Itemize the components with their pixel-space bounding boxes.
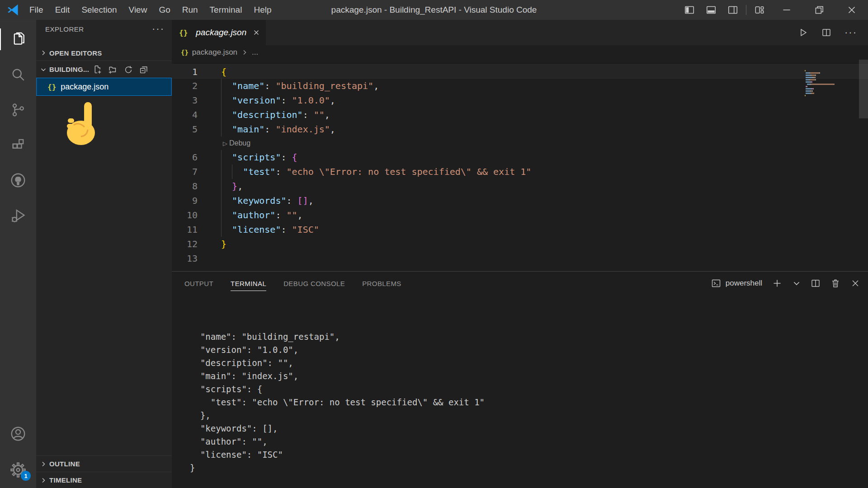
- title-bar: FileEditSelectionViewGoRunTerminalHelp p…: [0, 0, 868, 20]
- menu-help[interactable]: Help: [248, 5, 277, 15]
- panel-tab-problems[interactable]: PROBLEMS: [362, 272, 401, 295]
- codelens-label: Debug: [229, 139, 250, 147]
- toggle-panel-icon[interactable]: [700, 0, 722, 20]
- activity-extensions-icon[interactable]: [0, 134, 36, 156]
- code-line-10[interactable]: 10"author": "",: [172, 208, 868, 222]
- code-text: "keywords": [],: [221, 193, 314, 208]
- new-terminal-icon[interactable]: [771, 277, 783, 289]
- editor-scrollbar[interactable]: [859, 60, 868, 118]
- tab-close-icon[interactable]: [252, 28, 260, 37]
- shell-selector[interactable]: powershell: [711, 278, 762, 289]
- pointing-up-emoji: [64, 101, 100, 146]
- terminal-line: "version": "1.0.0",: [190, 343, 868, 357]
- terminal-dropdown-icon[interactable]: [792, 279, 801, 288]
- code-line-8[interactable]: 8},: [172, 179, 868, 193]
- toggle-secondary-sidebar-icon[interactable]: [722, 0, 744, 20]
- toggle-sidebar-icon[interactable]: [679, 0, 700, 20]
- chevron-right-icon: [241, 49, 248, 56]
- new-folder-icon[interactable]: [108, 65, 118, 75]
- terminal-shell-icon: [711, 278, 722, 289]
- menu-terminal[interactable]: Terminal: [204, 5, 248, 15]
- close-panel-icon[interactable]: [850, 278, 861, 289]
- code-line-11[interactable]: 11"license": "ISC": [172, 222, 868, 237]
- line-number: 7: [172, 164, 198, 179]
- code-line-5[interactable]: 5"main": "index.js",: [172, 122, 868, 136]
- folder-section-header[interactable]: BUILDING...: [36, 61, 172, 78]
- code-line-12[interactable]: 12}: [172, 237, 868, 251]
- activity-run-debug-icon[interactable]: [0, 205, 36, 226]
- breadcrumb-file[interactable]: package.json: [192, 48, 237, 57]
- explorer-more-actions-icon[interactable]: ···: [152, 27, 165, 31]
- activity-github-icon[interactable]: [0, 169, 36, 191]
- more-actions-icon[interactable]: ···: [844, 27, 857, 38]
- code-line-4[interactable]: 4"description": "",: [172, 108, 868, 122]
- chevron-right-icon: [40, 477, 47, 484]
- run-icon[interactable]: [797, 27, 808, 38]
- activity-explorer-icon[interactable]: [0, 28, 36, 50]
- terminal-toolbar: powershell: [711, 277, 861, 289]
- code-text: "name": "building_restapi",: [221, 79, 379, 93]
- line-number: 5: [172, 122, 198, 136]
- kill-terminal-icon[interactable]: [830, 278, 841, 289]
- close-icon[interactable]: [835, 0, 868, 20]
- terminal-output[interactable]: "name": "building_restapi", "version": "…: [172, 295, 868, 488]
- code-line-9[interactable]: 9"keywords": [],: [172, 193, 868, 208]
- menu-go[interactable]: Go: [153, 5, 176, 15]
- sidebar-header: EXPLORER ···: [36, 20, 172, 38]
- minimize-icon[interactable]: [770, 0, 803, 20]
- menu-edit[interactable]: Edit: [49, 5, 76, 15]
- file-item-package-json[interactable]: {} package.json: [36, 78, 172, 96]
- activity-source-control-icon[interactable]: [0, 99, 36, 121]
- settings-gear-icon[interactable]: 1: [0, 459, 36, 481]
- line-number: 6: [172, 150, 198, 164]
- minimap[interactable]: [805, 64, 855, 94]
- menu-run[interactable]: Run: [176, 5, 204, 15]
- terminal-line: "test": "echo \"Error: no test specified…: [190, 396, 868, 409]
- restore-icon[interactable]: [803, 0, 835, 20]
- code-line-6[interactable]: 6"scripts": {: [172, 150, 868, 164]
- activity-bar: 1: [0, 20, 36, 488]
- line-number: 12: [172, 237, 198, 251]
- timeline-label: TIMELINE: [49, 476, 82, 484]
- refresh-icon[interactable]: [123, 65, 133, 75]
- split-editor-icon[interactable]: [821, 27, 832, 38]
- code-text: "author": "",: [221, 208, 303, 222]
- timeline-section[interactable]: TIMELINE: [36, 472, 172, 488]
- folder-actions: [93, 65, 149, 75]
- terminal-line: "name": "building_restapi",: [190, 330, 868, 343]
- code-text: }: [221, 237, 226, 251]
- collapse-all-icon[interactable]: [139, 65, 149, 75]
- chevron-right-icon: [40, 460, 47, 468]
- json-file-icon: {}: [179, 28, 188, 37]
- breadcrumb[interactable]: {} package.json ...: [172, 45, 868, 60]
- code-line-3[interactable]: 3"version": "1.0.0",: [172, 93, 868, 108]
- code-text: "license": "ISC": [221, 222, 319, 237]
- code-editor[interactable]: 1{2"name": "building_restapi",3"version"…: [172, 60, 868, 271]
- accounts-icon[interactable]: [0, 423, 36, 445]
- panel-tab-output[interactable]: OUTPUT: [184, 272, 213, 295]
- open-editors-label: OPEN EDITORS: [49, 49, 102, 57]
- new-file-icon[interactable]: [93, 65, 103, 75]
- code-line-13[interactable]: 13: [172, 251, 868, 266]
- tab-package-json[interactable]: {} package.json: [172, 20, 266, 45]
- activity-search-icon[interactable]: [0, 64, 36, 85]
- code-line-7[interactable]: 7"test": "echo \"Error: no test specifie…: [172, 164, 868, 179]
- line-number: 13: [172, 251, 198, 266]
- code-line-2[interactable]: 2"name": "building_restapi",: [172, 79, 868, 93]
- menu-file[interactable]: File: [24, 5, 49, 15]
- bottom-panel: OUTPUTTERMINALDEBUG CONSOLEPROBLEMS powe…: [172, 271, 868, 488]
- menu-view[interactable]: View: [123, 5, 153, 15]
- split-terminal-icon[interactable]: [810, 278, 821, 289]
- code-line-1[interactable]: 1{: [172, 64, 868, 79]
- panel-tab-terminal[interactable]: TERMINAL: [231, 272, 266, 295]
- panel-tab-debug-console[interactable]: DEBUG CONSOLE: [283, 272, 345, 295]
- open-editors-section[interactable]: OPEN EDITORS: [36, 45, 172, 61]
- menu-selection[interactable]: Selection: [75, 5, 123, 15]
- code-text: "description": "",: [221, 108, 330, 122]
- codelens-debug-link[interactable]: ▷Debug: [223, 136, 868, 150]
- customize-layout-icon[interactable]: [749, 0, 770, 20]
- breadcrumb-more[interactable]: ...: [252, 48, 258, 57]
- line-number: 4: [172, 108, 198, 122]
- outline-section[interactable]: OUTLINE: [36, 455, 172, 472]
- editor-actions: ···: [797, 20, 868, 45]
